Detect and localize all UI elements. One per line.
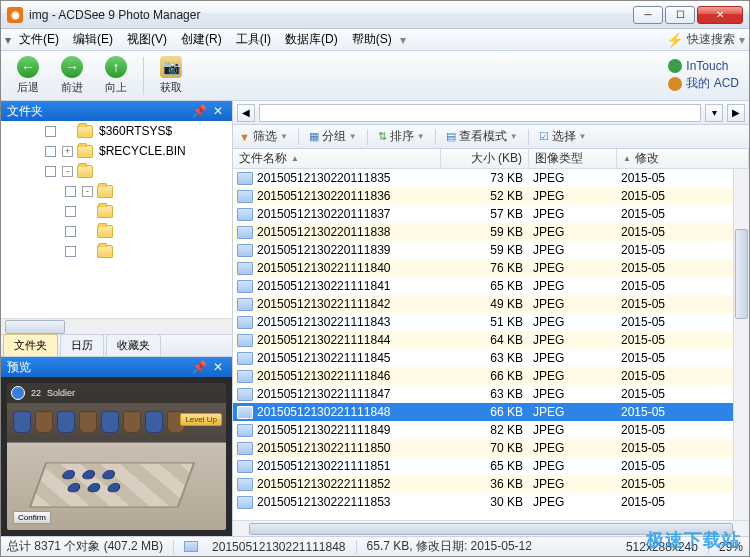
status-zoom: 29% (719, 540, 743, 554)
menu-view[interactable]: 视图(V) (121, 29, 173, 50)
close-button[interactable]: ✕ (697, 6, 743, 24)
file-row[interactable]: 2015051213022111184763 KBJPEG2015-05 (233, 385, 733, 403)
path-dropdown-button[interactable]: ▾ (705, 104, 723, 122)
file-row[interactable]: 2015051213022111184866 KBJPEG2015-05 (233, 403, 733, 421)
checkbox[interactable] (45, 126, 56, 137)
horizontal-scrollbar[interactable] (233, 520, 749, 536)
file-modified: 2015-05 (621, 405, 733, 419)
path-back-button[interactable]: ◀ (237, 104, 255, 122)
file-name: 20150512130221111849 (257, 423, 445, 437)
tab-calendar[interactable]: 日历 (60, 334, 104, 356)
up-button[interactable]: ↑ 向上 (95, 54, 137, 98)
file-row[interactable]: 2015051213022111184982 KBJPEG2015-05 (233, 421, 733, 439)
file-row[interactable]: 2015051213022011183652 KBJPEG2015-05 (233, 187, 733, 205)
minimize-button[interactable]: ─ (633, 6, 663, 24)
file-row[interactable]: 2015051213022111184351 KBJPEG2015-05 (233, 313, 733, 331)
image-icon (184, 541, 198, 552)
dropdown-icon[interactable]: ▾ (5, 33, 11, 47)
preview-image[interactable]: 22 Soldier Level Up (1, 377, 232, 536)
file-size: 36 KB (445, 477, 533, 491)
vertical-scrollbar[interactable] (733, 169, 749, 520)
checkbox[interactable] (65, 226, 76, 237)
file-type: JPEG (533, 423, 621, 437)
expander-icon[interactable]: - (82, 186, 93, 197)
menu-tools[interactable]: 工具(I) (230, 29, 277, 50)
image-file-icon (237, 478, 253, 491)
expander-icon[interactable]: - (62, 166, 73, 177)
column-modified[interactable]: ▲修改 (617, 149, 749, 168)
checkbox[interactable] (65, 186, 76, 197)
checkbox[interactable] (65, 246, 76, 257)
panel-close-icon[interactable]: ✕ (210, 104, 226, 118)
menu-database[interactable]: 数据库(D) (279, 29, 344, 50)
tree-item[interactable]: - (1, 181, 232, 201)
tree-item-label: $360RTSYS$ (99, 124, 172, 138)
pin-icon[interactable]: 📌 (189, 104, 210, 118)
column-type[interactable]: 图像类型 (529, 149, 617, 168)
file-row[interactable]: 2015051213022011183757 KBJPEG2015-05 (233, 205, 733, 223)
image-file-icon (237, 388, 253, 401)
myacd-link[interactable]: 我的 ACD (668, 75, 739, 92)
file-type: JPEG (533, 351, 621, 365)
file-type: JPEG (533, 207, 621, 221)
menu-help[interactable]: 帮助(S) (346, 29, 398, 50)
file-row[interactable]: 2015051213022111184563 KBJPEG2015-05 (233, 349, 733, 367)
panel-close-icon[interactable]: ✕ (210, 360, 226, 374)
file-row[interactable]: 2015051213022111184165 KBJPEG2015-05 (233, 277, 733, 295)
file-type: JPEG (533, 261, 621, 275)
column-size[interactable]: 大小 (KB) (441, 149, 529, 168)
file-row[interactable]: 2015051213022111184076 KBJPEG2015-05 (233, 259, 733, 277)
checkbox[interactable] (45, 166, 56, 177)
back-button[interactable]: ← 后退 (7, 54, 49, 98)
file-name: 20150512130221111848 (257, 405, 445, 419)
file-row[interactable]: 2015051213022011183959 KBJPEG2015-05 (233, 241, 733, 259)
expander-icon[interactable]: + (62, 146, 73, 157)
filter-button[interactable]: ▼筛选▼ (239, 128, 288, 145)
file-name: 20150512130221111840 (257, 261, 445, 275)
file-row[interactable]: 2015051213022111184249 KBJPEG2015-05 (233, 295, 733, 313)
file-row[interactable]: 2015051213022011183573 KBJPEG2015-05 (233, 169, 733, 187)
path-go-button[interactable]: ▶ (727, 104, 745, 122)
column-name[interactable]: 文件名称▲ (233, 149, 441, 168)
menu-file[interactable]: 文件(E) (13, 29, 65, 50)
menu-edit[interactable]: 编辑(E) (67, 29, 119, 50)
tab-favorites[interactable]: 收藏夹 (106, 334, 161, 356)
lightning-icon: ⚡ (666, 32, 683, 48)
tree-item[interactable] (1, 221, 232, 241)
pin-icon[interactable]: 📌 (189, 360, 210, 374)
globe-icon (668, 59, 682, 73)
file-size: 64 KB (445, 333, 533, 347)
tree-item[interactable]: +$RECYCLE.BIN (1, 141, 232, 161)
tab-folders[interactable]: 文件夹 (3, 334, 58, 356)
checkbox[interactable] (65, 206, 76, 217)
forward-button[interactable]: → 前进 (51, 54, 93, 98)
file-modified: 2015-05 (621, 333, 733, 347)
acquire-button[interactable]: 📷 获取 (150, 54, 192, 98)
tree-item[interactable] (1, 201, 232, 221)
sort-button[interactable]: ⇅排序▼ (378, 128, 425, 145)
select-button[interactable]: ☑选择▼ (539, 128, 587, 145)
group-button[interactable]: ▦分组▼ (309, 128, 357, 145)
path-input[interactable] (259, 104, 701, 122)
file-row[interactable]: 2015051213022111184666 KBJPEG2015-05 (233, 367, 733, 385)
preview-panel-header: 预览 📌 ✕ (1, 357, 232, 377)
quick-search[interactable]: ⚡ 快速搜索 ▾ (666, 31, 745, 48)
viewmode-button[interactable]: ▤查看模式▼ (446, 128, 518, 145)
file-row[interactable]: 2015051213022211185330 KBJPEG2015-05 (233, 493, 733, 511)
folder-tree[interactable]: $360RTSYS$+$RECYCLE.BIN-- (1, 121, 232, 318)
maximize-button[interactable]: ☐ (665, 6, 695, 24)
image-file-icon (237, 406, 253, 419)
tree-item[interactable]: - (1, 161, 232, 181)
checkbox[interactable] (45, 146, 56, 157)
file-row[interactable]: 2015051213022111184464 KBJPEG2015-05 (233, 331, 733, 349)
file-row[interactable]: 2015051213022011183859 KBJPEG2015-05 (233, 223, 733, 241)
tree-scrollbar[interactable] (1, 318, 232, 334)
file-row[interactable]: 2015051213022111185070 KBJPEG2015-05 (233, 439, 733, 457)
intouch-link[interactable]: InTouch (668, 59, 739, 73)
menu-create[interactable]: 创建(R) (175, 29, 228, 50)
tree-item[interactable] (1, 241, 232, 261)
file-row[interactable]: 2015051213022211185236 KBJPEG2015-05 (233, 475, 733, 493)
camera-icon: 📷 (160, 56, 182, 78)
file-row[interactable]: 2015051213022111185165 KBJPEG2015-05 (233, 457, 733, 475)
tree-item[interactable]: $360RTSYS$ (1, 121, 232, 141)
